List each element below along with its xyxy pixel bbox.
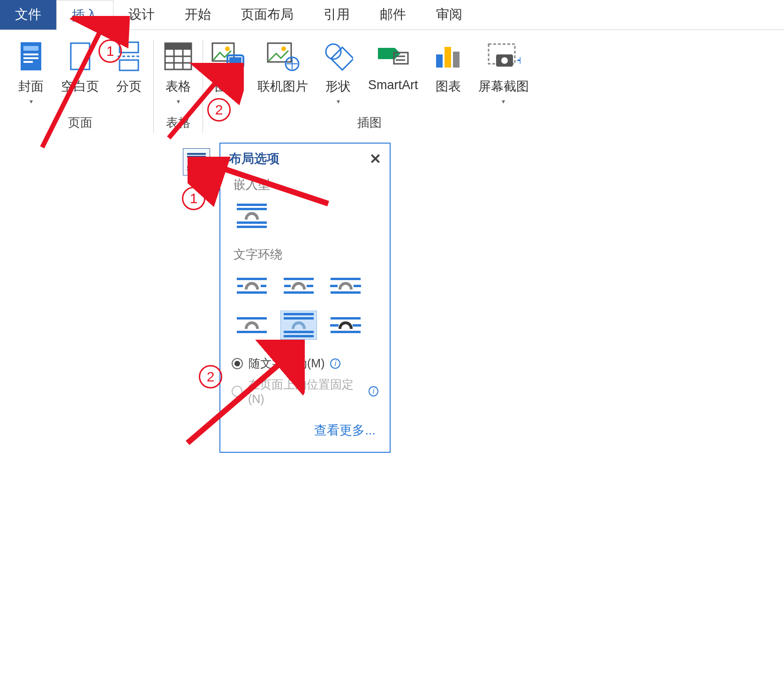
tab-mailings[interactable]: 邮件: [365, 0, 421, 30]
annotation-circle-2b: 2: [199, 365, 222, 388]
wrap-behind-text[interactable]: [280, 311, 317, 340]
label: 空白页: [61, 78, 99, 95]
tab-references[interactable]: 引用: [309, 0, 365, 30]
wrap-square[interactable]: [234, 271, 270, 300]
label: 封面: [18, 78, 44, 95]
label: 屏幕截图: [478, 78, 529, 95]
group-illustrations: 图片 联机图片 形状 ▾ SmartArt: [206, 39, 534, 138]
dropdown-icon: ▾: [502, 98, 505, 105]
annotation-circle-1b: 1: [182, 187, 205, 210]
label: 图片: [215, 78, 240, 95]
btn-picture[interactable]: 图片: [211, 39, 244, 105]
cover-page-icon: [14, 39, 48, 73]
svg-rect-7: [120, 60, 138, 70]
btn-shapes[interactable]: 形状 ▾: [321, 39, 355, 105]
radio-icon: [232, 386, 242, 397]
wrap-topbottom[interactable]: [234, 311, 270, 340]
wrap-front-text[interactable]: [327, 311, 364, 340]
svg-marker-26: [378, 48, 400, 59]
dropdown-icon: ▾: [30, 98, 33, 105]
btn-screenshot[interactable]: + 屏幕截图 ▾: [478, 39, 529, 105]
label: 形状: [325, 78, 351, 95]
label: 表格: [166, 78, 191, 95]
flyout-title: 布局选项: [229, 150, 279, 167]
annotation-circle-2: 2: [207, 98, 231, 122]
radio-move-with-text[interactable]: 随文字移动(M) i: [220, 353, 390, 374]
close-icon[interactable]: ✕: [369, 151, 381, 167]
btn-blank-page[interactable]: 空白页: [61, 39, 99, 105]
separator: [203, 39, 203, 133]
svg-rect-32: [453, 52, 460, 68]
annotation-circle-1: 1: [98, 39, 122, 63]
btn-cover-page[interactable]: 封面 ▾: [14, 39, 48, 105]
btn-smartart[interactable]: SmartArt: [368, 39, 418, 105]
svg-text:+: +: [517, 53, 520, 68]
svg-point-20: [281, 46, 286, 51]
svg-rect-1: [23, 46, 38, 51]
svg-rect-5: [71, 43, 90, 69]
group-label-tables: 表格: [166, 114, 190, 131]
svg-rect-31: [445, 47, 451, 68]
layout-options-flyout: 布局选项 ✕ 嵌入型 文字环绕: [219, 143, 391, 453]
layout-options-button[interactable]: [183, 148, 210, 175]
ribbon-tabs: 文件 插入 设计 开始 页面布局 引用 邮件 审阅: [0, 0, 784, 30]
smartart-icon: [376, 39, 410, 73]
online-picture-icon: [266, 39, 300, 73]
separator: [153, 39, 154, 133]
section-inline-label: 嵌入型: [220, 174, 390, 201]
table-icon: [161, 39, 195, 73]
radio-label: 在页面上的位置固定(N): [248, 377, 363, 406]
tab-page-layout[interactable]: 页面布局: [226, 0, 309, 30]
picture-icon: [211, 39, 244, 73]
svg-rect-4: [23, 61, 33, 63]
btn-table[interactable]: 表格 ▾: [161, 39, 195, 105]
info-icon[interactable]: i: [330, 358, 340, 369]
svg-rect-3: [23, 57, 38, 59]
section-wrap-label: 文字环绕: [220, 244, 390, 271]
radio-fix-position[interactable]: 在页面上的位置固定(N) i: [220, 374, 390, 409]
radio-label: 随文字移动(M): [249, 356, 324, 371]
svg-point-35: [501, 57, 508, 64]
label: 联机图片: [257, 78, 308, 95]
group-pages: 封面 ▾ 空白页 分页 页面: [9, 39, 151, 138]
btn-online-picture[interactable]: 联机图片: [257, 39, 308, 105]
label: 图表: [436, 78, 461, 95]
group-label-pages: 页面: [68, 114, 92, 131]
svg-rect-18: [229, 57, 241, 66]
screenshot-icon: +: [487, 39, 520, 73]
shapes-icon: [321, 39, 355, 73]
btn-chart[interactable]: 图表: [431, 39, 465, 105]
chart-icon: [431, 39, 465, 73]
radio-icon: [232, 358, 243, 369]
tab-review[interactable]: 审阅: [421, 0, 477, 30]
group-label-illustrations: 插图: [357, 114, 382, 131]
tab-insert[interactable]: 插入: [56, 0, 113, 30]
see-more-link[interactable]: 查看更多...: [220, 409, 390, 442]
svg-rect-2: [23, 53, 38, 55]
wrap-through[interactable]: [327, 271, 364, 300]
svg-rect-6: [120, 42, 138, 53]
wrap-inline[interactable]: [234, 201, 270, 230]
group-tables: 表格 ▾ 表格: [157, 39, 200, 138]
info-icon[interactable]: i: [369, 386, 378, 396]
dropdown-icon: ▾: [177, 98, 180, 105]
svg-rect-10: [165, 43, 191, 50]
blank-page-icon: [63, 39, 97, 73]
label: SmartArt: [368, 78, 418, 92]
document-area: 布局选项 ✕ 嵌入型 文字环绕: [0, 143, 784, 565]
tab-home[interactable]: 开始: [170, 0, 226, 30]
tab-file[interactable]: 文件: [0, 0, 56, 30]
tab-design[interactable]: 设计: [113, 0, 170, 30]
wrap-tight[interactable]: [280, 271, 317, 300]
svg-rect-30: [436, 54, 443, 68]
label: 分页: [116, 78, 142, 95]
svg-point-16: [225, 46, 230, 51]
dropdown-icon: ▾: [337, 98, 340, 105]
